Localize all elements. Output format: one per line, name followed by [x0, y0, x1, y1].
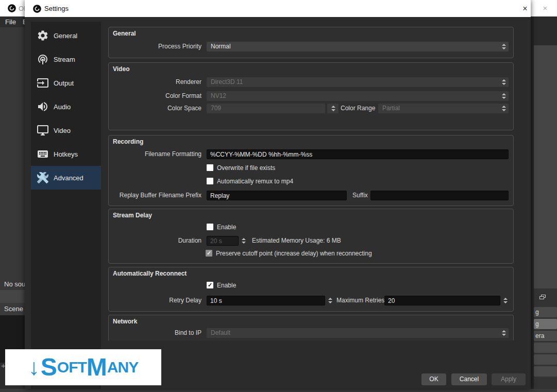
settings-dialog: Settings × General Stream Output [25, 0, 531, 389]
stream-delay-enable-label: Enable [217, 224, 236, 231]
settings-close-icon[interactable]: × [519, 3, 531, 14]
sidebar-item-label: Video [54, 127, 71, 134]
color-space-select: 709 [207, 104, 325, 113]
cancel-button[interactable]: Cancel [451, 373, 487, 385]
remux-checkbox[interactable] [207, 178, 213, 184]
duration-spinner [240, 236, 248, 246]
output-monitor-arrow-icon [37, 77, 49, 89]
spinner-icon [500, 91, 508, 101]
section-general: General Process Priority Normal [108, 27, 514, 58]
sidebar-item-label: Audio [54, 103, 71, 111]
watermark-arrow-icon: ↓ [28, 356, 40, 379]
settings-titlebar[interactable]: Settings × [25, 0, 531, 17]
color-format-value: NV12 [211, 92, 226, 99]
section-stream-delay: Stream Delay Enable Duration Estimated M… [108, 209, 514, 264]
section-title: Video [113, 65, 129, 73]
retry-delay-spinner[interactable] [326, 296, 334, 305]
keyboard-icon [37, 148, 49, 160]
stream-delay-enable-checkbox[interactable] [207, 224, 213, 230]
section-title: Automatically Reconnect [113, 270, 187, 277]
settings-title: Settings [44, 5, 69, 12]
dock-button-6[interactable] [534, 366, 557, 377]
tools-icon [37, 172, 49, 184]
sidebar-item-output[interactable]: Output [31, 71, 101, 95]
sidebar-item-advanced[interactable]: Advanced [31, 166, 101, 190]
screen: OBS × File E No sourc Scene + g g era Se… [0, 0, 557, 392]
color-space-value: 709 [211, 105, 221, 112]
suffix-input[interactable] [370, 191, 509, 200]
color-range-label: Color Range [341, 104, 375, 113]
obs-logo-icon [32, 4, 42, 13]
max-retries-spinner[interactable] [501, 296, 510, 305]
section-title: General [113, 30, 136, 37]
color-space-label: Color Space [109, 104, 201, 113]
dock-button-4[interactable] [534, 343, 557, 353]
dock-button-5[interactable] [534, 354, 557, 365]
section-reconnect: Automatically Reconnect Enable Retry Del… [108, 267, 514, 312]
section-video: Video Renderer Direct3D 11 Color Format … [108, 62, 514, 130]
process-priority-select[interactable]: Normal [207, 42, 509, 52]
sidebar-item-stream[interactable]: Stream [31, 47, 101, 71]
broadcast-icon [37, 53, 49, 65]
watermark-text: S [41, 355, 57, 380]
virtual-camera-button[interactable]: era [534, 331, 557, 341]
color-format-label: Color Format [109, 91, 201, 101]
max-retries-label: Maximum Retries [336, 296, 384, 305]
duplicate-icon[interactable] [539, 295, 546, 300]
ok-button[interactable]: OK [421, 373, 446, 385]
renderer-select: Direct3D 11 [207, 77, 509, 87]
sidebar-item-hotkeys[interactable]: Hotkeys [31, 142, 101, 166]
watermark-text: M [87, 355, 107, 380]
softmany-watermark: ↓ S OFT M ANY [5, 349, 161, 385]
process-priority-label: Process Priority [109, 42, 201, 52]
right-dock-panel [534, 45, 557, 288]
max-retries-input[interactable] [384, 296, 500, 305]
section-title: Network [113, 318, 137, 325]
suffix-label: Suffix [352, 191, 368, 200]
color-format-select: NV12 [207, 91, 509, 101]
watermark-text: OFT [57, 360, 87, 375]
menu-file[interactable]: File [5, 16, 16, 27]
section-network: Network Bind to IP Default [108, 315, 514, 340]
sidebar-item-label: General [54, 32, 77, 40]
section-title: Recording [113, 138, 143, 145]
speaker-icon [37, 100, 49, 113]
monitor-icon [37, 124, 49, 137]
sources-toolbar-band [0, 290, 25, 303]
sidebar-item-label: Stream [54, 56, 75, 63]
retry-delay-input[interactable] [207, 296, 325, 305]
reconnect-enable-label: Enable [217, 282, 236, 289]
section-recording: Recording Filename Formatting Overwrite … [108, 135, 514, 206]
sidebar-item-video[interactable]: Video [31, 118, 101, 142]
start-recording-button[interactable]: g [534, 319, 557, 329]
obs-logo-icon [7, 4, 16, 13]
memory-usage-text: Estimated Memory Usage: 6 MB [252, 236, 341, 246]
reconnect-enable-checkbox[interactable] [207, 282, 213, 288]
replay-prefix-label: Replay Buffer Filename Prefix [109, 191, 201, 200]
overwrite-checkbox[interactable] [207, 164, 213, 171]
preserve-cutoff-label: Preserve cutoff point (increase delay) w… [216, 250, 372, 257]
window-bottom-strip [0, 389, 557, 392]
color-space-spinner [327, 104, 339, 113]
color-range-value: Partial [382, 105, 400, 112]
replay-prefix-input[interactable] [207, 191, 347, 200]
renderer-value: Direct3D 11 [211, 78, 243, 86]
start-streaming-button[interactable]: g [534, 307, 557, 317]
bind-to-ip-value: Default [211, 329, 230, 336]
overwrite-label: Overwrite if file exists [217, 164, 275, 172]
process-priority-value: Normal [211, 43, 231, 50]
sidebar-item-label: Output [54, 79, 74, 87]
scenes-panel-label: Scene [4, 305, 23, 313]
remux-label: Automatically remux to mp4 [217, 178, 293, 185]
sidebar-item-label: Advanced [54, 174, 83, 182]
apply-button[interactable]: Apply [492, 373, 526, 385]
sidebar-item-audio[interactable]: Audio [31, 95, 101, 118]
scenes-panel-header: Scene [0, 303, 25, 315]
sidebar-item-label: Hotkeys [54, 150, 78, 158]
bind-to-ip-select: Default [207, 328, 509, 338]
sidebar-item-general[interactable]: General [31, 24, 101, 47]
main-close-icon[interactable]: × [540, 3, 550, 13]
spinner-icon [329, 104, 337, 113]
spinner-icon[interactable] [500, 42, 508, 52]
filename-formatting-input[interactable] [207, 149, 509, 159]
